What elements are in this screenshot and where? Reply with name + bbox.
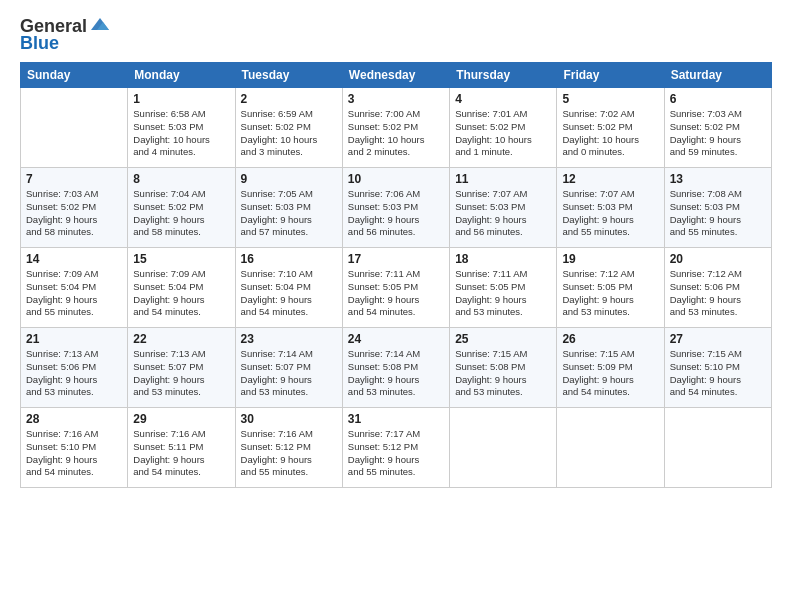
calendar-day: 8Sunrise: 7:04 AM Sunset: 5:02 PM Daylig… [128,168,235,248]
day-info: Sunrise: 7:04 AM Sunset: 5:02 PM Dayligh… [133,188,229,239]
day-info: Sunrise: 7:11 AM Sunset: 5:05 PM Dayligh… [455,268,551,319]
day-info: Sunrise: 7:08 AM Sunset: 5:03 PM Dayligh… [670,188,766,239]
day-info: Sunrise: 7:05 AM Sunset: 5:03 PM Dayligh… [241,188,337,239]
day-number: 25 [455,332,551,346]
calendar-empty [450,408,557,488]
day-info: Sunrise: 7:01 AM Sunset: 5:02 PM Dayligh… [455,108,551,159]
day-info: Sunrise: 7:03 AM Sunset: 5:02 PM Dayligh… [670,108,766,159]
day-number: 12 [562,172,658,186]
calendar-day: 9Sunrise: 7:05 AM Sunset: 5:03 PM Daylig… [235,168,342,248]
calendar-day: 23Sunrise: 7:14 AM Sunset: 5:07 PM Dayli… [235,328,342,408]
day-number: 1 [133,92,229,106]
day-number: 27 [670,332,766,346]
calendar-day: 7Sunrise: 7:03 AM Sunset: 5:02 PM Daylig… [21,168,128,248]
day-info: Sunrise: 7:15 AM Sunset: 5:08 PM Dayligh… [455,348,551,399]
day-number: 19 [562,252,658,266]
calendar-day: 12Sunrise: 7:07 AM Sunset: 5:03 PM Dayli… [557,168,664,248]
day-info: Sunrise: 7:16 AM Sunset: 5:10 PM Dayligh… [26,428,122,479]
weekday-header: Wednesday [342,63,449,88]
day-number: 18 [455,252,551,266]
day-number: 8 [133,172,229,186]
calendar-day: 22Sunrise: 7:13 AM Sunset: 5:07 PM Dayli… [128,328,235,408]
calendar-week-row: 14Sunrise: 7:09 AM Sunset: 5:04 PM Dayli… [21,248,772,328]
day-info: Sunrise: 7:12 AM Sunset: 5:06 PM Dayligh… [670,268,766,319]
calendar-day: 27Sunrise: 7:15 AM Sunset: 5:10 PM Dayli… [664,328,771,408]
day-info: Sunrise: 7:13 AM Sunset: 5:07 PM Dayligh… [133,348,229,399]
calendar-day: 1Sunrise: 6:58 AM Sunset: 5:03 PM Daylig… [128,88,235,168]
logo-icon [89,16,111,34]
day-number: 13 [670,172,766,186]
calendar-day: 26Sunrise: 7:15 AM Sunset: 5:09 PM Dayli… [557,328,664,408]
day-info: Sunrise: 7:06 AM Sunset: 5:03 PM Dayligh… [348,188,444,239]
calendar-day: 15Sunrise: 7:09 AM Sunset: 5:04 PM Dayli… [128,248,235,328]
calendar-day: 30Sunrise: 7:16 AM Sunset: 5:12 PM Dayli… [235,408,342,488]
logo: General Blue [20,16,111,54]
weekday-header: Tuesday [235,63,342,88]
day-number: 21 [26,332,122,346]
calendar-day: 19Sunrise: 7:12 AM Sunset: 5:05 PM Dayli… [557,248,664,328]
day-info: Sunrise: 7:17 AM Sunset: 5:12 PM Dayligh… [348,428,444,479]
day-number: 2 [241,92,337,106]
day-info: Sunrise: 7:14 AM Sunset: 5:08 PM Dayligh… [348,348,444,399]
day-number: 9 [241,172,337,186]
day-info: Sunrise: 7:07 AM Sunset: 5:03 PM Dayligh… [562,188,658,239]
day-info: Sunrise: 7:09 AM Sunset: 5:04 PM Dayligh… [133,268,229,319]
day-number: 29 [133,412,229,426]
calendar-day: 11Sunrise: 7:07 AM Sunset: 5:03 PM Dayli… [450,168,557,248]
calendar-day: 14Sunrise: 7:09 AM Sunset: 5:04 PM Dayli… [21,248,128,328]
calendar-week-row: 28Sunrise: 7:16 AM Sunset: 5:10 PM Dayli… [21,408,772,488]
weekday-header: Monday [128,63,235,88]
day-number: 16 [241,252,337,266]
calendar-day: 24Sunrise: 7:14 AM Sunset: 5:08 PM Dayli… [342,328,449,408]
calendar-empty [664,408,771,488]
calendar-day: 21Sunrise: 7:13 AM Sunset: 5:06 PM Dayli… [21,328,128,408]
calendar-day: 2Sunrise: 6:59 AM Sunset: 5:02 PM Daylig… [235,88,342,168]
calendar-day: 18Sunrise: 7:11 AM Sunset: 5:05 PM Dayli… [450,248,557,328]
calendar-day: 6Sunrise: 7:03 AM Sunset: 5:02 PM Daylig… [664,88,771,168]
day-number: 10 [348,172,444,186]
logo-blue: Blue [20,33,59,54]
day-info: Sunrise: 7:09 AM Sunset: 5:04 PM Dayligh… [26,268,122,319]
day-number: 3 [348,92,444,106]
day-number: 6 [670,92,766,106]
day-number: 26 [562,332,658,346]
day-number: 17 [348,252,444,266]
day-number: 31 [348,412,444,426]
day-info: Sunrise: 7:16 AM Sunset: 5:11 PM Dayligh… [133,428,229,479]
day-info: Sunrise: 7:10 AM Sunset: 5:04 PM Dayligh… [241,268,337,319]
page-header: General Blue [20,16,772,54]
day-number: 5 [562,92,658,106]
day-info: Sunrise: 7:16 AM Sunset: 5:12 PM Dayligh… [241,428,337,479]
day-number: 14 [26,252,122,266]
calendar-week-row: 7Sunrise: 7:03 AM Sunset: 5:02 PM Daylig… [21,168,772,248]
calendar-header-row: SundayMondayTuesdayWednesdayThursdayFrid… [21,63,772,88]
day-number: 28 [26,412,122,426]
day-info: Sunrise: 7:11 AM Sunset: 5:05 PM Dayligh… [348,268,444,319]
calendar-day: 20Sunrise: 7:12 AM Sunset: 5:06 PM Dayli… [664,248,771,328]
calendar-day: 25Sunrise: 7:15 AM Sunset: 5:08 PM Dayli… [450,328,557,408]
day-info: Sunrise: 7:12 AM Sunset: 5:05 PM Dayligh… [562,268,658,319]
calendar-day: 31Sunrise: 7:17 AM Sunset: 5:12 PM Dayli… [342,408,449,488]
day-info: Sunrise: 6:58 AM Sunset: 5:03 PM Dayligh… [133,108,229,159]
weekday-header: Sunday [21,63,128,88]
day-number: 23 [241,332,337,346]
calendar-week-row: 1Sunrise: 6:58 AM Sunset: 5:03 PM Daylig… [21,88,772,168]
calendar-empty [21,88,128,168]
calendar-day: 16Sunrise: 7:10 AM Sunset: 5:04 PM Dayli… [235,248,342,328]
day-info: Sunrise: 7:15 AM Sunset: 5:10 PM Dayligh… [670,348,766,399]
calendar-day: 10Sunrise: 7:06 AM Sunset: 5:03 PM Dayli… [342,168,449,248]
calendar-day: 17Sunrise: 7:11 AM Sunset: 5:05 PM Dayli… [342,248,449,328]
day-number: 7 [26,172,122,186]
day-info: Sunrise: 7:14 AM Sunset: 5:07 PM Dayligh… [241,348,337,399]
calendar-week-row: 21Sunrise: 7:13 AM Sunset: 5:06 PM Dayli… [21,328,772,408]
day-info: Sunrise: 7:03 AM Sunset: 5:02 PM Dayligh… [26,188,122,239]
day-number: 20 [670,252,766,266]
day-number: 4 [455,92,551,106]
calendar-day: 5Sunrise: 7:02 AM Sunset: 5:02 PM Daylig… [557,88,664,168]
calendar-table: SundayMondayTuesdayWednesdayThursdayFrid… [20,62,772,488]
weekday-header: Saturday [664,63,771,88]
weekday-header: Friday [557,63,664,88]
day-number: 24 [348,332,444,346]
day-info: Sunrise: 7:13 AM Sunset: 5:06 PM Dayligh… [26,348,122,399]
day-number: 11 [455,172,551,186]
